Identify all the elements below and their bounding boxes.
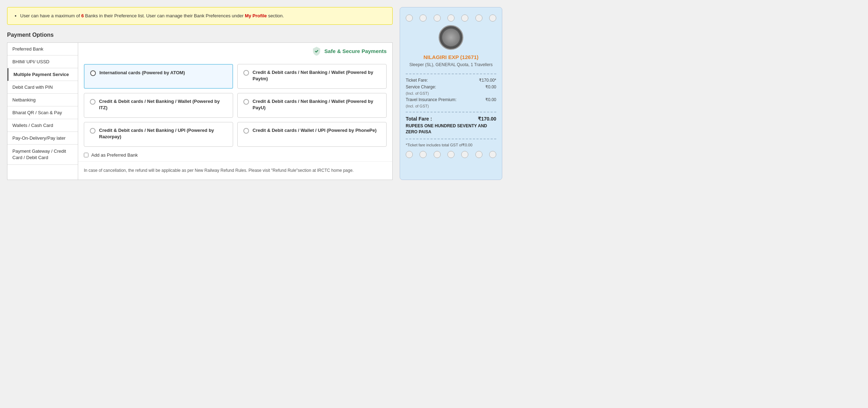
notice-banner: User can have a maximum of 6 Banks in th… <box>7 7 393 25</box>
train-name-text: NILAGIRI EXP <box>423 54 459 60</box>
option-label-payu: Credit & Debit cards / Net Banking / Wal… <box>253 98 381 111</box>
insurance-note: (Incl. of GST) <box>406 104 496 108</box>
shield-icon <box>312 46 322 56</box>
notice-link[interactable]: My Profile <box>245 13 267 18</box>
fare-words: RUPEES ONE HUNDRED SEVENTY AND ZERO PAIS… <box>406 123 496 135</box>
add-preferred-checkbox[interactable] <box>84 153 88 157</box>
main-payment-content: Safe & Secure Payments International car… <box>78 42 393 180</box>
total-fare-value: ₹170.00 <box>478 116 496 122</box>
fare-row-service: Service Charge: ₹0.00 <box>406 84 496 89</box>
service-charge-note: (Incl. of GST) <box>406 91 496 95</box>
ticket-hole <box>447 14 455 22</box>
ticket-divider-bottom <box>406 139 496 139</box>
ticket-hole <box>447 151 455 158</box>
ticket-fare-label: Ticket Fare: <box>406 78 428 83</box>
ticket-hole <box>475 151 482 158</box>
ticket-hole <box>489 14 496 22</box>
total-fare-label: Total Fare : <box>406 116 432 122</box>
sidebar-item-wallets[interactable]: Wallets / Cash Card <box>7 119 78 132</box>
train-number: (12671) <box>460 54 479 60</box>
ticket-hole <box>461 14 468 22</box>
add-preferred-section: Add as Preferred Bank <box>78 152 392 161</box>
radio-atom[interactable] <box>90 70 96 76</box>
refund-note: In case of cancellation, the refund will… <box>78 161 392 180</box>
notice-text-before: User can have a maximum of <box>20 13 81 18</box>
ticket-hole <box>461 151 468 158</box>
sidebar-item-pay-on-delivery[interactable]: Pay-On-Delivery/Pay later <box>7 132 78 145</box>
option-card-phonepe[interactable]: Credit & Debit cards / Wallet / UPI (Pow… <box>237 122 387 147</box>
secure-badge: Safe & Secure Payments <box>312 46 387 56</box>
ticket-hole <box>434 151 441 158</box>
option-label-razorpay: Credit & Debit cards / Net Banking / UPI… <box>99 127 227 140</box>
ticket-holes-bottom <box>406 151 496 158</box>
ticket-hole <box>489 151 496 158</box>
option-card-razorpay[interactable]: Credit & Debit cards / Net Banking / UPI… <box>84 122 233 147</box>
insurance-value: ₹0.00 <box>485 97 496 102</box>
option-label-phonepe: Credit & Debit cards / Wallet / UPI (Pow… <box>253 127 377 134</box>
option-card-payu[interactable]: Credit & Debit cards / Net Banking / Wal… <box>237 93 387 118</box>
add-preferred-label[interactable]: Add as Preferred Bank <box>91 152 138 158</box>
sidebar-item-debit-card-pin[interactable]: Debit Card with PIN <box>7 81 78 94</box>
ticket-fare-value: ₹170.00* <box>479 78 496 83</box>
service-charge-label: Service Charge: <box>406 84 436 89</box>
ticket-emblem <box>406 25 496 50</box>
service-charge-value: ₹0.00 <box>485 84 496 89</box>
sidebar-item-payment-gateway[interactable]: Payment Gateway / Credit Card / Debit Ca… <box>7 145 78 165</box>
notice-text-middle: Banks in their Preference list. User can… <box>84 13 245 18</box>
ticket-hole <box>419 151 427 158</box>
ticket-hole <box>419 14 427 22</box>
option-label-paytm: Credit & Debit cards / Net Banking / Wal… <box>253 69 381 82</box>
secure-badge-text: Safe & Secure Payments <box>324 48 387 54</box>
sidebar-item-multiple-payment[interactable]: Multiple Payment Service <box>7 68 78 81</box>
notice-text-after: section. <box>267 13 284 18</box>
emblem-inner <box>442 29 460 46</box>
radio-razorpay[interactable] <box>90 128 96 134</box>
option-card-itz[interactable]: Credit & Debit cards / Net Banking / Wal… <box>84 93 233 118</box>
payment-sidebar: Preferred Bank BHIM/ UPI/ USSD Multiple … <box>7 42 78 180</box>
option-card-atom[interactable]: International cards (Powered by ATOM) <box>84 64 233 89</box>
sidebar-item-netbanking[interactable]: Netbanking <box>7 94 78 106</box>
ticket-hole <box>475 14 482 22</box>
insurance-label: Travel Insurance Premium: <box>406 97 457 102</box>
ticket-holes-top <box>406 14 496 22</box>
option-card-paytm[interactable]: Credit & Debit cards / Net Banking / Wal… <box>237 64 387 89</box>
ticket-panel: NILAGIRI EXP (12671) Sleeper (SL), GENER… <box>400 7 502 180</box>
sidebar-item-preferred-bank[interactable]: Preferred Bank <box>7 43 78 56</box>
total-fare-row: Total Fare : ₹170.00 <box>406 116 496 122</box>
radio-payu[interactable] <box>243 99 249 105</box>
notice-max-banks: 6 <box>81 13 84 18</box>
ticket-divider-top <box>406 74 496 74</box>
option-label-atom: International cards (Powered by ATOM) <box>99 70 185 76</box>
sidebar-item-bharat-qr[interactable]: Bharat QR / Scan & Pay <box>7 106 78 119</box>
ticket-hole <box>434 14 441 22</box>
payment-options-title: Payment Options <box>7 32 393 38</box>
radio-itz[interactable] <box>90 99 96 105</box>
train-name: NILAGIRI EXP (12671) <box>406 54 496 60</box>
radio-paytm[interactable] <box>243 70 249 76</box>
fare-row-insurance: Travel Insurance Premium: ₹0.00 <box>406 97 496 102</box>
ticket-divider-mid <box>406 112 496 112</box>
option-label-itz: Credit & Debit cards / Net Banking / Wal… <box>99 98 227 111</box>
sidebar-item-bhim-upi[interactable]: BHIM/ UPI/ USSD <box>7 56 78 68</box>
train-details: Sleeper (SL), GENERAL Quota, 1 Traveller… <box>406 62 496 68</box>
ticket-hole <box>406 14 413 22</box>
payment-content-header: Safe & Secure Payments <box>78 43 392 58</box>
gst-note: *Ticket fare includes total GST of₹0.00 <box>406 143 496 147</box>
fare-row-ticket: Ticket Fare: ₹170.00* <box>406 78 496 83</box>
radio-phonepe[interactable] <box>243 128 249 134</box>
payment-options-grid: International cards (Powered by ATOM) Cr… <box>78 58 392 152</box>
emblem-circle <box>439 25 463 50</box>
ticket-hole <box>406 151 413 158</box>
